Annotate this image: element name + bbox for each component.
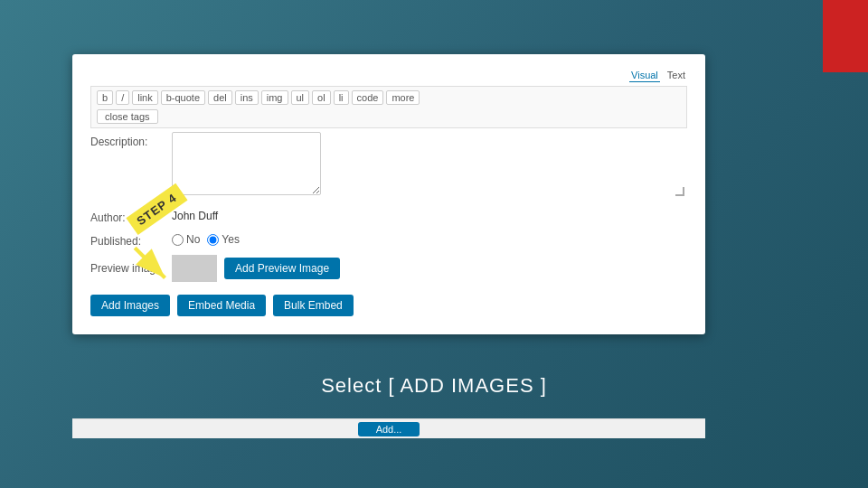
- description-textarea-wrap: [172, 132, 687, 199]
- step-arrow-icon: [131, 242, 176, 287]
- tab-group: Visual Text: [629, 69, 687, 82]
- published-yes-radio[interactable]: [207, 234, 219, 246]
- add-images-button[interactable]: Add Images: [90, 295, 170, 316]
- published-yes-label[interactable]: Yes: [207, 233, 240, 246]
- description-textarea[interactable]: [172, 132, 321, 195]
- toolbar-btn-close-tags[interactable]: close tags: [97, 109, 158, 124]
- instruction-text: Select [ ADD IMAGES ]: [0, 374, 868, 398]
- toolbar-btn-del[interactable]: del: [208, 90, 232, 105]
- toolbar-btn-code[interactable]: code: [352, 90, 384, 105]
- bottom-strip: Add...: [72, 418, 705, 438]
- preview-image-placeholder: [172, 255, 217, 282]
- author-row: Author: John Duff: [90, 208, 687, 224]
- tab-visual[interactable]: Visual: [629, 69, 660, 82]
- toolbar-btn-link[interactable]: link: [132, 90, 158, 105]
- author-value: John Duff: [172, 210, 218, 222]
- bottom-buttons-group: Add Images Embed Media Bulk Embed: [90, 295, 687, 316]
- svg-line-1: [135, 248, 165, 277]
- toolbar-btn-li[interactable]: li: [334, 90, 349, 105]
- bulk-embed-button[interactable]: Bulk Embed: [273, 295, 354, 316]
- description-row: Description:: [90, 132, 687, 199]
- bottom-add-button[interactable]: Add...: [358, 422, 420, 436]
- toolbar-btn-bquote[interactable]: b-quote: [161, 90, 205, 105]
- published-radio-group: No Yes: [172, 233, 240, 246]
- editor-tabs: Visual Text: [90, 69, 687, 82]
- editor-toolbar: b / link b-quote del ins img ul ol li co…: [90, 86, 687, 128]
- toolbar-btn-ins[interactable]: ins: [235, 90, 259, 105]
- toolbar-btn-ul[interactable]: ul: [291, 90, 310, 105]
- toolbar-btn-i[interactable]: /: [116, 90, 129, 105]
- red-rectangle: [823, 0, 868, 72]
- add-preview-image-button[interactable]: Add Preview Image: [224, 258, 340, 279]
- toolbar-btn-img[interactable]: img: [261, 90, 288, 105]
- embed-media-button[interactable]: Embed Media: [177, 295, 266, 316]
- toolbar-btn-more[interactable]: more: [386, 90, 420, 105]
- tab-text[interactable]: Text: [665, 69, 687, 82]
- toolbar-btn-b[interactable]: b: [97, 90, 113, 105]
- toolbar-btn-ol[interactable]: ol: [312, 90, 331, 105]
- description-label: Description:: [90, 132, 172, 148]
- preview-image-row: Preview imag Add Preview Image: [90, 255, 687, 282]
- published-row: Published: No Yes: [90, 231, 687, 248]
